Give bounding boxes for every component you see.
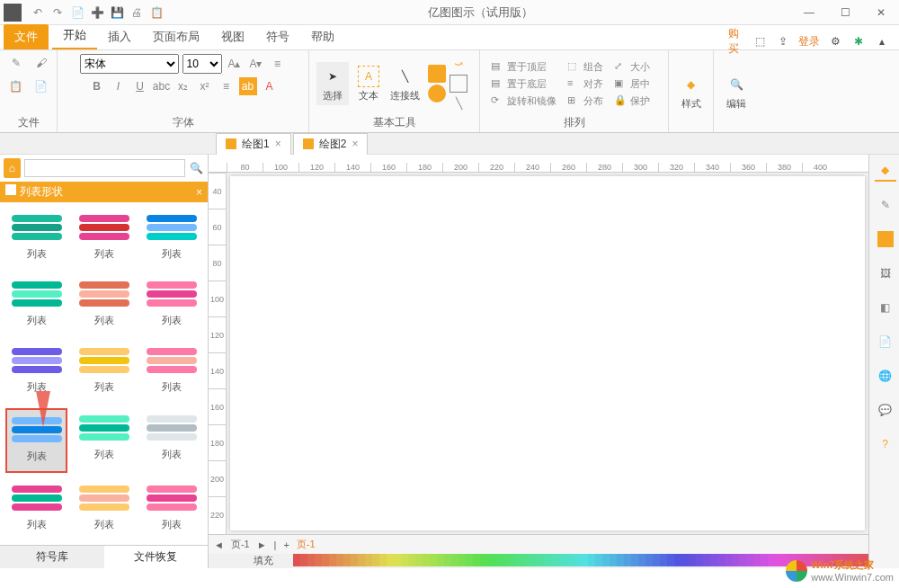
center-button[interactable]: ▣居中	[610, 76, 654, 92]
swatch-38[interactable]	[566, 554, 574, 566]
edit-button[interactable]: 🔍编辑	[721, 71, 752, 114]
layer-tab-icon[interactable]: 🌐	[875, 365, 896, 387]
doc-tab-2-close-icon[interactable]: ×	[352, 138, 358, 150]
swatch-12[interactable]	[379, 554, 387, 566]
bold-icon[interactable]: B	[88, 77, 106, 95]
swatch-24[interactable]	[466, 554, 473, 566]
swatch-46[interactable]	[624, 554, 631, 566]
image-tab-icon[interactable]: 🖼	[875, 263, 896, 284]
swatch-6[interactable]	[336, 554, 343, 566]
swatch-59[interactable]	[717, 554, 725, 566]
swatch-44[interactable]	[610, 554, 617, 566]
symbol-item-4[interactable]: 列表	[73, 274, 135, 335]
swatch-57[interactable]	[703, 554, 710, 566]
swatch-36[interactable]	[552, 554, 559, 566]
swatch-58[interactable]	[710, 554, 717, 566]
brush-icon[interactable]: ✎	[7, 54, 25, 72]
swatch-45[interactable]	[617, 554, 624, 566]
help-tab-icon[interactable]: ?	[875, 433, 896, 455]
page-next-icon[interactable]: ►	[257, 539, 267, 550]
tab-view[interactable]: 视图	[210, 24, 255, 49]
minimize-button[interactable]: —	[791, 0, 827, 25]
font-size-select[interactable]: 10	[182, 54, 222, 74]
save-icon[interactable]: 💾	[110, 5, 124, 20]
underline-icon[interactable]: U	[131, 77, 149, 95]
font-family-select[interactable]: 宋体	[80, 54, 179, 74]
login-link[interactable]: 登录	[798, 33, 820, 49]
symbol-item-12[interactable]: 列表	[5, 478, 67, 539]
swatch-29[interactable]	[502, 554, 509, 566]
font-color-icon[interactable]: A	[261, 77, 279, 95]
symbol-item-3[interactable]: 列表	[5, 274, 67, 335]
tab-insert[interactable]: 插入	[97, 24, 142, 49]
symbol-item-8[interactable]: 列表	[140, 341, 202, 402]
select-tool[interactable]: ➤选择	[316, 62, 349, 105]
undo-icon[interactable]: ↶	[31, 5, 45, 20]
swatch-42[interactable]	[595, 554, 602, 566]
new-doc-icon[interactable]: 📄	[70, 5, 85, 20]
settings-gear-icon[interactable]: ⚙	[827, 33, 843, 49]
swatch-1[interactable]	[300, 554, 307, 566]
decrease-font-icon[interactable]: A▾	[247, 55, 265, 73]
symbol-item-5[interactable]: 列表	[140, 274, 202, 335]
swatch-9[interactable]	[358, 554, 365, 566]
symbol-category-header[interactable]: 列表形状 ×	[0, 182, 208, 202]
swatch-62[interactable]	[739, 554, 746, 566]
symbol-item-7[interactable]: 列表	[73, 341, 135, 402]
swatch-60[interactable]	[725, 554, 732, 566]
print-icon[interactable]: 🖨	[129, 5, 144, 20]
rotate-button[interactable]: ⟳旋转和镜像	[487, 94, 560, 109]
increase-font-icon[interactable]: A▴	[226, 55, 244, 73]
swatch-3[interactable]	[315, 554, 322, 566]
send-back-button[interactable]: ▤置于底层	[487, 76, 560, 92]
rect-shape-icon[interactable]	[428, 65, 446, 83]
symbol-item-1[interactable]: 列表	[73, 208, 135, 269]
protect-button[interactable]: 🔒保护	[610, 94, 654, 109]
swatch-10[interactable]	[365, 554, 372, 566]
swatch-30[interactable]	[509, 554, 516, 566]
symbol-category-close-icon[interactable]: ×	[196, 186, 202, 199]
doc-tab-1-close-icon[interactable]: ×	[275, 138, 281, 150]
swatch-67[interactable]	[775, 554, 782, 566]
fill-tab-icon[interactable]: ◆	[875, 160, 896, 182]
symbol-home-icon[interactable]: ⌂	[4, 158, 21, 178]
page-prev-icon[interactable]: ◄	[214, 539, 224, 550]
curve-icon[interactable]: ⤻	[450, 55, 467, 73]
swatch-65[interactable]	[761, 554, 768, 566]
swatch-7[interactable]	[343, 554, 351, 566]
swatch-51[interactable]	[660, 554, 667, 566]
doc-tab-2[interactable]: 绘图2×	[293, 133, 369, 155]
size-button[interactable]: ⤢大小	[610, 59, 654, 75]
bullets-icon[interactable]: ≡	[218, 77, 236, 95]
text-prop-tab-icon[interactable]: 📄	[875, 331, 896, 352]
line-icon[interactable]: ╲	[450, 94, 467, 112]
swatch-40[interactable]	[581, 554, 588, 566]
swatch-63[interactable]	[746, 554, 753, 566]
swatch-5[interactable]	[329, 554, 336, 566]
swatch-2[interactable]	[307, 554, 315, 566]
swatch-26[interactable]	[480, 554, 487, 566]
swatch-55[interactable]	[689, 554, 696, 566]
tab-file[interactable]: 文件	[4, 24, 49, 49]
swatch-39[interactable]	[574, 554, 581, 566]
page-add-icon[interactable]: +	[283, 539, 289, 550]
swatch-37[interactable]	[559, 554, 566, 566]
superscript-icon[interactable]: x²	[196, 77, 214, 95]
swatch-15[interactable]	[401, 554, 408, 566]
apps-icon[interactable]: ✱	[850, 33, 867, 49]
circle-shape-icon[interactable]	[428, 85, 446, 102]
symbol-item-13[interactable]: 列表	[73, 478, 135, 539]
swatch-49[interactable]	[645, 554, 653, 566]
comment-tab-icon[interactable]: 💬	[875, 399, 896, 421]
symbol-item-10[interactable]: 列表	[73, 408, 135, 473]
swatch-27[interactable]	[487, 554, 494, 566]
connector-tool[interactable]: ╲连接线	[388, 62, 421, 105]
swatch-56[interactable]	[696, 554, 703, 566]
swatch-8[interactable]	[351, 554, 358, 566]
swatch-13[interactable]	[387, 554, 394, 566]
swatch-18[interactable]	[423, 554, 430, 566]
line-tab-icon[interactable]: ✎	[875, 194, 896, 216]
swatch-66[interactable]	[768, 554, 775, 566]
symbol-search-icon[interactable]: 🔍	[189, 159, 204, 177]
tab-home[interactable]: 开始	[52, 22, 97, 49]
